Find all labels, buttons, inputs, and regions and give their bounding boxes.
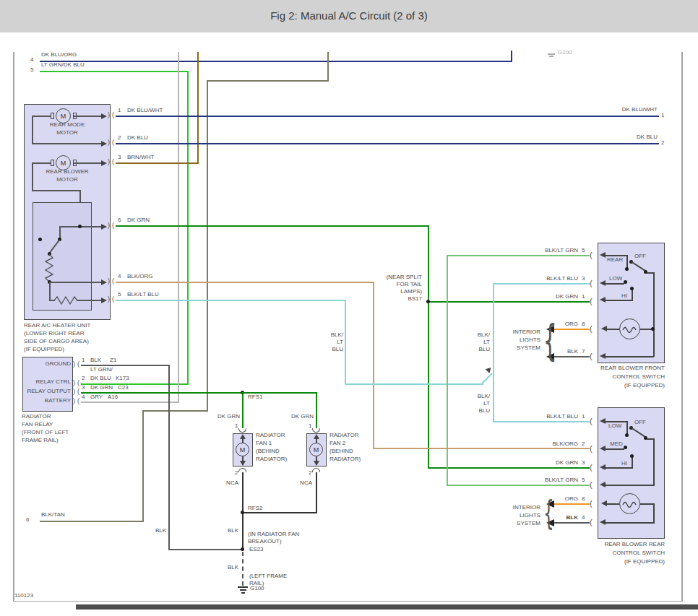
wire-label-blk-lt-blu: LT xyxy=(483,400,490,407)
front-switch-caption: (IF EQUIPPED) xyxy=(624,382,665,389)
interior-lights-label: LIGHTS xyxy=(520,337,540,344)
relay-wire1-label: BLK xyxy=(90,357,101,364)
relay-wire2-code: K173 xyxy=(116,375,129,382)
front-pin-number: 1 xyxy=(582,293,585,300)
arrow-right-icon xyxy=(101,113,107,119)
heater-pin-number: 5 xyxy=(118,291,121,298)
heater-internal-wire xyxy=(32,143,101,144)
wire-blk-org xyxy=(373,282,374,449)
wire-label-blk-lt-blu: BLU xyxy=(332,346,343,353)
ground-icon xyxy=(240,589,246,591)
frame-rail-caption: (LEFT FRAME xyxy=(249,573,287,580)
connector-icon: ( xyxy=(590,500,593,508)
page-title: Fig 2: Manual A/C Circuit (2 of 3) xyxy=(0,9,698,22)
heater-pin-number: 4 xyxy=(118,273,121,280)
wire-label-blk: BLK xyxy=(228,527,238,534)
switch-internal-wire xyxy=(632,289,633,301)
rear-pin-number: 1 xyxy=(582,413,585,420)
connector-icon: ( xyxy=(590,251,593,259)
heater-internal-wire xyxy=(32,116,51,117)
switch-internal-wire xyxy=(603,485,655,486)
connector-icon: ) xyxy=(108,222,110,229)
lamp-filament-icon xyxy=(621,499,638,508)
heater-internal-wire xyxy=(77,300,101,301)
splice-bs17-label: BS17 xyxy=(408,295,422,303)
relay-wire3-number: 3 xyxy=(82,384,85,391)
wire-blk-lt-grn xyxy=(447,255,448,486)
wire-gry xyxy=(81,402,179,403)
front-pin-number: 3 xyxy=(582,275,585,282)
wire-lt-grn-dk-blu xyxy=(187,71,189,385)
contact-dot xyxy=(625,267,629,271)
heater-internal-wire xyxy=(49,282,51,300)
edge-pin6-label: BLK/TAN xyxy=(41,511,65,519)
rear-switch-pos-med: MED xyxy=(610,441,623,448)
breakout-caption: (IN RADIATOR FAN xyxy=(248,531,299,538)
relay-caption: FAN RELAY xyxy=(22,421,53,428)
motor-icon xyxy=(51,160,54,166)
resistor-icon xyxy=(44,254,54,282)
front-switch-pos-off: OFF xyxy=(634,253,646,260)
wire-dk-grn xyxy=(428,301,590,303)
relay-wire2-label: DK BLU xyxy=(90,375,111,382)
splice-rfs2-label: RFS2 xyxy=(248,505,262,512)
arrow-right-icon xyxy=(101,160,107,166)
wire-brn-wht xyxy=(116,162,199,164)
contact-dot xyxy=(624,446,627,449)
heater-caption: SIDE OF CARGO AREA) xyxy=(24,338,89,345)
wire-label-blk-lt-blu: BLK/ xyxy=(478,393,490,400)
rear-blower-motor-label: MOTOR xyxy=(27,176,107,183)
fan2-motor-icon: M xyxy=(309,443,323,456)
diagram-code: 110123 xyxy=(14,592,33,599)
switch-internal-wire xyxy=(607,329,619,330)
fan1-motor-icon: M xyxy=(236,443,249,456)
front-switch-pos-hi: HI xyxy=(621,292,627,300)
wire-dk-grn xyxy=(116,225,429,227)
wire-label-nca: NCA xyxy=(300,480,312,487)
relay-caption: RADIATOR xyxy=(22,413,51,420)
switch-internal-wire xyxy=(653,272,655,357)
ground-g100-label: G100 xyxy=(250,585,264,592)
heater-caption: (LOWER RIGHT REAR xyxy=(24,330,84,337)
ground-icon xyxy=(549,56,553,57)
wire-dk-grn xyxy=(428,467,590,469)
connector-icon: ) xyxy=(108,296,110,303)
switch-internal-wire xyxy=(603,522,655,524)
front-wire-label: BLK xyxy=(567,348,578,355)
wire-blk-lt-blu xyxy=(481,373,493,384)
connector-icon: ( xyxy=(590,445,593,453)
lamp-filament-icon xyxy=(621,324,638,333)
arrow-right-icon xyxy=(101,279,107,285)
switch-internal-wire xyxy=(632,456,633,469)
front-pin-number: 7 xyxy=(582,348,585,355)
connector-icon: ( xyxy=(77,389,79,395)
wire-dk-blu xyxy=(116,143,659,144)
rear-pin-number: 2 xyxy=(582,441,585,448)
front-switch-pos-low: LOW xyxy=(609,275,622,282)
rear-switch-pos-hi: HI xyxy=(621,460,627,467)
splice-bs17-dot xyxy=(426,300,430,303)
switch-internal-wire xyxy=(603,467,633,469)
connector-icon: ( xyxy=(112,159,114,165)
rear-pin-number: 3 xyxy=(582,459,585,467)
front-switch-pos-rear: REAR xyxy=(607,256,623,264)
wire-fan2-nca xyxy=(316,472,317,513)
wire-dk-grn xyxy=(428,225,429,468)
wire-blk-org xyxy=(373,448,590,449)
interior-lights-label: SYSTEM xyxy=(517,344,540,352)
wire-dk-grn-c23 xyxy=(81,392,317,394)
border-right xyxy=(681,52,683,602)
arrow-down-icon xyxy=(240,461,246,466)
border-left xyxy=(13,52,14,602)
switch-internal-wire xyxy=(603,300,633,301)
relay-terminal-label: BATTERY xyxy=(45,397,71,404)
contact-dot xyxy=(630,287,634,290)
heater-pin-label: DK BLU xyxy=(127,134,148,142)
connector-icon: ( xyxy=(590,279,593,287)
front-wire-label: ORG xyxy=(565,321,578,328)
contact-dot xyxy=(38,238,42,241)
wire-lt-grn-dk-blu xyxy=(40,71,189,72)
rear-mode-motor-label: REAR MODE xyxy=(27,121,107,129)
wire-blk-lt-grn xyxy=(447,255,590,256)
splice-rfs2-dot xyxy=(241,511,244,514)
